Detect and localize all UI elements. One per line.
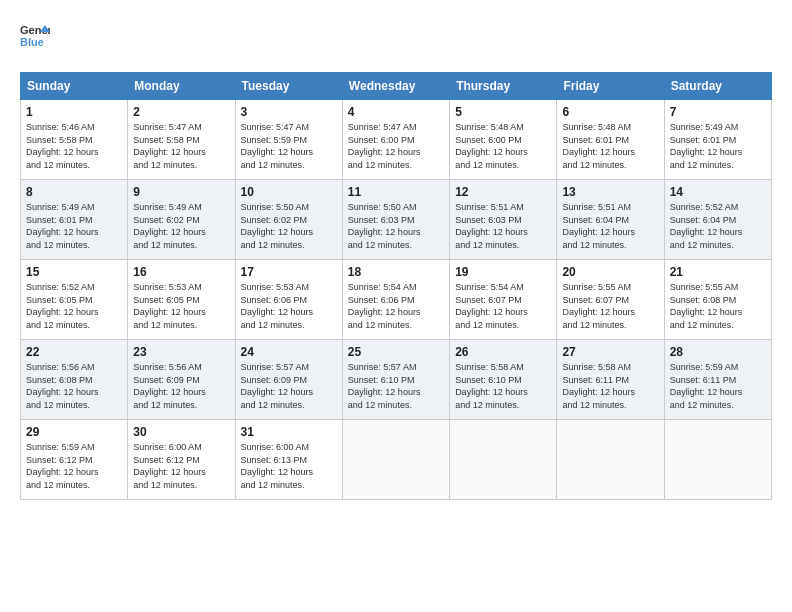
calendar-cell: 20Sunrise: 5:55 AMSunset: 6:07 PMDayligh… <box>557 260 664 340</box>
day-info: Sunrise: 5:51 AMSunset: 6:04 PMDaylight:… <box>562 201 658 251</box>
day-number: 18 <box>348 265 444 279</box>
calendar-cell: 16Sunrise: 5:53 AMSunset: 6:05 PMDayligh… <box>128 260 235 340</box>
day-number: 11 <box>348 185 444 199</box>
day-info: Sunrise: 5:47 AMSunset: 6:00 PMDaylight:… <box>348 121 444 171</box>
calendar-cell: 3Sunrise: 5:47 AMSunset: 5:59 PMDaylight… <box>235 100 342 180</box>
day-info: Sunrise: 5:56 AMSunset: 6:08 PMDaylight:… <box>26 361 122 411</box>
calendar-cell: 14Sunrise: 5:52 AMSunset: 6:04 PMDayligh… <box>664 180 771 260</box>
day-number: 5 <box>455 105 551 119</box>
day-info: Sunrise: 5:56 AMSunset: 6:09 PMDaylight:… <box>133 361 229 411</box>
calendar-cell: 18Sunrise: 5:54 AMSunset: 6:06 PMDayligh… <box>342 260 449 340</box>
weekday-header-row: SundayMondayTuesdayWednesdayThursdayFrid… <box>21 73 772 100</box>
day-info: Sunrise: 5:51 AMSunset: 6:03 PMDaylight:… <box>455 201 551 251</box>
calendar-cell: 23Sunrise: 5:56 AMSunset: 6:09 PMDayligh… <box>128 340 235 420</box>
calendar-cell: 28Sunrise: 5:59 AMSunset: 6:11 PMDayligh… <box>664 340 771 420</box>
day-info: Sunrise: 5:53 AMSunset: 6:06 PMDaylight:… <box>241 281 337 331</box>
day-number: 28 <box>670 345 766 359</box>
day-info: Sunrise: 5:52 AMSunset: 6:04 PMDaylight:… <box>670 201 766 251</box>
calendar-cell <box>664 420 771 500</box>
day-number: 9 <box>133 185 229 199</box>
calendar-cell: 2Sunrise: 5:47 AMSunset: 5:58 PMDaylight… <box>128 100 235 180</box>
day-info: Sunrise: 5:54 AMSunset: 6:06 PMDaylight:… <box>348 281 444 331</box>
day-number: 2 <box>133 105 229 119</box>
day-number: 20 <box>562 265 658 279</box>
day-info: Sunrise: 5:58 AMSunset: 6:11 PMDaylight:… <box>562 361 658 411</box>
calendar-cell: 10Sunrise: 5:50 AMSunset: 6:02 PMDayligh… <box>235 180 342 260</box>
calendar-cell: 6Sunrise: 5:48 AMSunset: 6:01 PMDaylight… <box>557 100 664 180</box>
calendar-cell: 30Sunrise: 6:00 AMSunset: 6:12 PMDayligh… <box>128 420 235 500</box>
calendar-week-row: 29Sunrise: 5:59 AMSunset: 6:12 PMDayligh… <box>21 420 772 500</box>
calendar-cell: 22Sunrise: 5:56 AMSunset: 6:08 PMDayligh… <box>21 340 128 420</box>
day-info: Sunrise: 5:49 AMSunset: 6:02 PMDaylight:… <box>133 201 229 251</box>
day-number: 12 <box>455 185 551 199</box>
calendar-cell: 4Sunrise: 5:47 AMSunset: 6:00 PMDaylight… <box>342 100 449 180</box>
weekday-header-sunday: Sunday <box>21 73 128 100</box>
weekday-header-friday: Friday <box>557 73 664 100</box>
day-number: 1 <box>26 105 122 119</box>
day-number: 10 <box>241 185 337 199</box>
calendar-body: 1Sunrise: 5:46 AMSunset: 5:58 PMDaylight… <box>21 100 772 500</box>
calendar-cell: 26Sunrise: 5:58 AMSunset: 6:10 PMDayligh… <box>450 340 557 420</box>
day-info: Sunrise: 5:55 AMSunset: 6:08 PMDaylight:… <box>670 281 766 331</box>
calendar-cell: 25Sunrise: 5:57 AMSunset: 6:10 PMDayligh… <box>342 340 449 420</box>
general-blue-logo-icon: General Blue <box>20 20 50 50</box>
day-info: Sunrise: 5:49 AMSunset: 6:01 PMDaylight:… <box>670 121 766 171</box>
calendar-week-row: 22Sunrise: 5:56 AMSunset: 6:08 PMDayligh… <box>21 340 772 420</box>
day-number: 25 <box>348 345 444 359</box>
calendar-cell: 11Sunrise: 5:50 AMSunset: 6:03 PMDayligh… <box>342 180 449 260</box>
weekday-header-tuesday: Tuesday <box>235 73 342 100</box>
weekday-header-saturday: Saturday <box>664 73 771 100</box>
calendar-cell: 17Sunrise: 5:53 AMSunset: 6:06 PMDayligh… <box>235 260 342 340</box>
calendar-cell <box>557 420 664 500</box>
day-number: 19 <box>455 265 551 279</box>
calendar-cell: 5Sunrise: 5:48 AMSunset: 6:00 PMDaylight… <box>450 100 557 180</box>
svg-text:Blue: Blue <box>20 36 44 48</box>
calendar-week-row: 1Sunrise: 5:46 AMSunset: 5:58 PMDaylight… <box>21 100 772 180</box>
day-info: Sunrise: 5:53 AMSunset: 6:05 PMDaylight:… <box>133 281 229 331</box>
day-number: 26 <box>455 345 551 359</box>
calendar-cell: 13Sunrise: 5:51 AMSunset: 6:04 PMDayligh… <box>557 180 664 260</box>
calendar-cell: 24Sunrise: 5:57 AMSunset: 6:09 PMDayligh… <box>235 340 342 420</box>
calendar-cell: 12Sunrise: 5:51 AMSunset: 6:03 PMDayligh… <box>450 180 557 260</box>
day-number: 24 <box>241 345 337 359</box>
calendar-cell: 19Sunrise: 5:54 AMSunset: 6:07 PMDayligh… <box>450 260 557 340</box>
day-info: Sunrise: 5:48 AMSunset: 6:00 PMDaylight:… <box>455 121 551 171</box>
day-number: 14 <box>670 185 766 199</box>
day-info: Sunrise: 6:00 AMSunset: 6:13 PMDaylight:… <box>241 441 337 491</box>
day-number: 7 <box>670 105 766 119</box>
day-number: 16 <box>133 265 229 279</box>
calendar-table: SundayMondayTuesdayWednesdayThursdayFrid… <box>20 72 772 500</box>
calendar-cell: 7Sunrise: 5:49 AMSunset: 6:01 PMDaylight… <box>664 100 771 180</box>
day-info: Sunrise: 5:59 AMSunset: 6:12 PMDaylight:… <box>26 441 122 491</box>
day-info: Sunrise: 5:50 AMSunset: 6:02 PMDaylight:… <box>241 201 337 251</box>
day-number: 8 <box>26 185 122 199</box>
day-info: Sunrise: 5:57 AMSunset: 6:09 PMDaylight:… <box>241 361 337 411</box>
calendar-cell: 1Sunrise: 5:46 AMSunset: 5:58 PMDaylight… <box>21 100 128 180</box>
day-info: Sunrise: 5:46 AMSunset: 5:58 PMDaylight:… <box>26 121 122 171</box>
day-number: 6 <box>562 105 658 119</box>
calendar-week-row: 8Sunrise: 5:49 AMSunset: 6:01 PMDaylight… <box>21 180 772 260</box>
logo: General Blue <box>20 20 55 50</box>
calendar-cell: 15Sunrise: 5:52 AMSunset: 6:05 PMDayligh… <box>21 260 128 340</box>
day-number: 15 <box>26 265 122 279</box>
weekday-header-wednesday: Wednesday <box>342 73 449 100</box>
day-info: Sunrise: 6:00 AMSunset: 6:12 PMDaylight:… <box>133 441 229 491</box>
day-info: Sunrise: 5:49 AMSunset: 6:01 PMDaylight:… <box>26 201 122 251</box>
day-number: 29 <box>26 425 122 439</box>
calendar-cell: 27Sunrise: 5:58 AMSunset: 6:11 PMDayligh… <box>557 340 664 420</box>
day-info: Sunrise: 5:47 AMSunset: 5:58 PMDaylight:… <box>133 121 229 171</box>
calendar-cell: 31Sunrise: 6:00 AMSunset: 6:13 PMDayligh… <box>235 420 342 500</box>
day-info: Sunrise: 5:48 AMSunset: 6:01 PMDaylight:… <box>562 121 658 171</box>
day-info: Sunrise: 5:55 AMSunset: 6:07 PMDaylight:… <box>562 281 658 331</box>
day-info: Sunrise: 5:52 AMSunset: 6:05 PMDaylight:… <box>26 281 122 331</box>
day-number: 30 <box>133 425 229 439</box>
weekday-header-thursday: Thursday <box>450 73 557 100</box>
day-number: 23 <box>133 345 229 359</box>
calendar-cell <box>450 420 557 500</box>
day-number: 4 <box>348 105 444 119</box>
day-number: 21 <box>670 265 766 279</box>
day-number: 17 <box>241 265 337 279</box>
calendar-cell <box>342 420 449 500</box>
day-number: 27 <box>562 345 658 359</box>
calendar-cell: 29Sunrise: 5:59 AMSunset: 6:12 PMDayligh… <box>21 420 128 500</box>
